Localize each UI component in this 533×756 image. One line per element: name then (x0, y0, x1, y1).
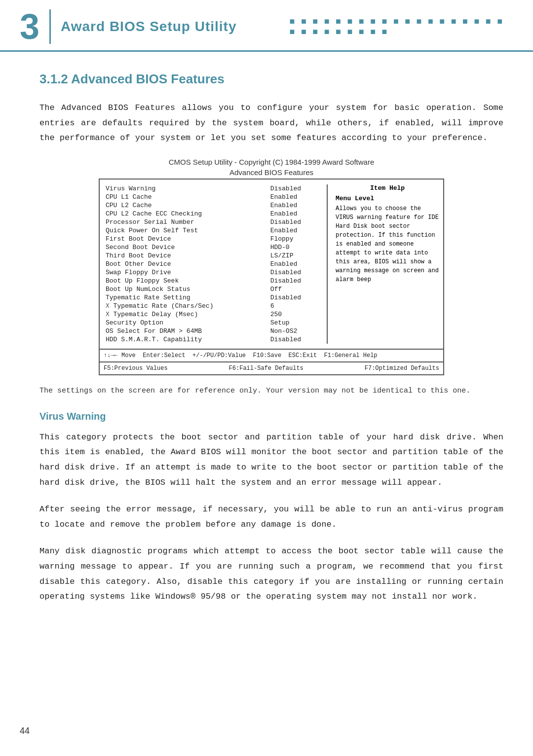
header-dots: ■ ■ ■ ■ ■ ■ ■ ■ ■ ■ ■ ■ ■ ■ ■ ■ ■ ■ ■ ■ … (290, 16, 513, 37)
cmos-row: HDD S.M.A.R.T. CapabilityDisabled (104, 335, 320, 344)
cmos-row: Second Boot DeviceHDD-0 (104, 243, 320, 252)
cmos-row: Processor Serial NumberDisabled (104, 218, 320, 226)
nav-arrows-move: ↑↓→← Move Enter:Select +/-/PU/PD:Value F… (104, 352, 378, 359)
cmos-row: Boot Up NumLock StatusOff (104, 285, 320, 293)
page-number: 44 (20, 726, 30, 736)
cmos-caption-line2: Advanced BIOS Features (39, 168, 503, 177)
virus-warning-title: Virus Warning (39, 411, 503, 422)
virus-warning-para2: After seeing the error message, if neces… (39, 502, 503, 532)
item-help-title: Item Help (336, 184, 439, 192)
header-divider (49, 9, 51, 44)
cmos-row: Boot Other DeviceEnabled (104, 260, 320, 268)
cmos-row: X Typematic Delay (Msec)250 (104, 310, 320, 319)
cmos-row: Quick Power On Self TestEnabled (104, 226, 320, 235)
header-title: Award BIOS Setup Utility (61, 19, 284, 35)
virus-warning-para3: Many disk diagnostic programs which atte… (39, 544, 503, 604)
cmos-screenshot: Virus WarningDisabledCPU L1 CacheEnabled… (99, 179, 444, 375)
cmos-row: Boot Up Floppy SeekDisabled (104, 277, 320, 285)
cmos-row: Swap Floppy DriveDisabled (104, 268, 320, 277)
nav-f7: F7:Optimized Defaults (365, 365, 439, 372)
cmos-row: X Typematic Rate (Chars/Sec)6 (104, 302, 320, 310)
cmos-row: CPU L2 CacheEnabled (104, 201, 320, 210)
cmos-settings-panel: Virus WarningDisabledCPU L1 CacheEnabled… (104, 184, 324, 344)
main-content: 3.1.2 Advanced BIOS Features The Advance… (0, 52, 533, 636)
menu-level-label: Menu Level (336, 195, 439, 202)
reference-note: The settings on the screen are for refer… (39, 385, 503, 397)
cmos-nav-bar: ↑↓→← Move Enter:Select +/-/PU/PD:Value F… (100, 349, 443, 361)
page-header: 3 Award BIOS Setup Utility ■ ■ ■ ■ ■ ■ ■… (0, 0, 533, 52)
cmos-row: CPU L2 Cache ECC CheckingEnabled (104, 210, 320, 218)
cmos-row: First Boot DeviceFloppy (104, 235, 320, 243)
cmos-nav-bar-2: F5:Previous Values F6:Fail-Safe Defaults… (100, 361, 443, 374)
nav-f6: F6:Fail-Safe Defaults (229, 365, 304, 372)
cmos-caption-line1: CMOS Setup Utility - Copyright (C) 1984-… (39, 158, 503, 166)
cmos-row: Security OptionSetup (104, 319, 320, 327)
cmos-panel-divider (327, 184, 328, 344)
cmos-row: CPU L1 CacheEnabled (104, 193, 320, 201)
intro-paragraph: The Advanced BIOS Features allows you to… (39, 101, 503, 146)
cmos-row: OS Select For DRAM > 64MBNon-OS2 (104, 327, 320, 335)
chapter-number: 3 (20, 9, 39, 44)
cmos-row: Typematic Rate SettingDisabled (104, 293, 320, 302)
cmos-settings-table: Virus WarningDisabledCPU L1 CacheEnabled… (104, 184, 320, 344)
virus-warning-para1: This category protects the boot sector a… (39, 430, 503, 490)
help-description: Allows you to choose the VIRUS warning f… (336, 204, 439, 284)
cmos-row: Third Boot DeviceLS/ZIP (104, 252, 320, 260)
section-title: 3.1.2 Advanced BIOS Features (39, 72, 503, 87)
cmos-row: Virus WarningDisabled (104, 184, 320, 193)
cmos-help-panel: Item Help Menu Level Allows you to choos… (331, 184, 439, 344)
nav-f5: F5:Previous Values (104, 365, 168, 372)
